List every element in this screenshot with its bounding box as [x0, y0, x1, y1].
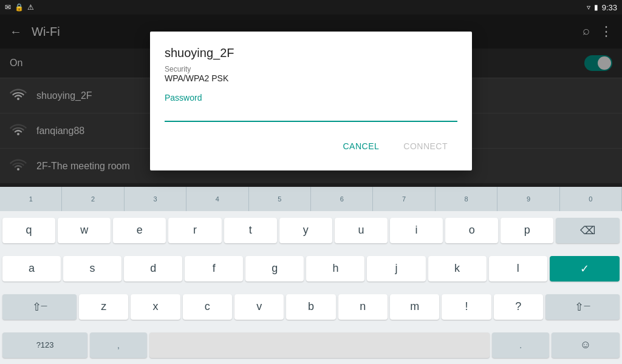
key-t[interactable]: t [224, 218, 277, 243]
key-l[interactable]: l [489, 256, 547, 281]
num123-key[interactable]: ?123 [2, 332, 87, 358]
password-input[interactable] [165, 105, 457, 121]
key-w[interactable]: w [58, 218, 111, 243]
key-z[interactable]: z [79, 294, 128, 320]
key-j[interactable]: j [367, 256, 425, 281]
keyboard-number-row: 1 2 3 4 5 6 7 8 9 0 [0, 187, 622, 211]
key-num-7[interactable]: 7 [373, 187, 435, 211]
key-p[interactable]: p [501, 218, 553, 243]
battery-icon: ▮ [594, 3, 598, 12]
dialog-title: shuoying_2F [165, 46, 457, 60]
key-x[interactable]: x [131, 294, 180, 320]
status-icons-right: ▿ ▮ 9:33 [587, 3, 617, 12]
shift-key-right[interactable]: ⇧— [545, 294, 620, 320]
key-num-4[interactable]: 4 [186, 187, 248, 211]
key-v[interactable]: v [234, 294, 284, 320]
status-icons-left: ✉ 🔒 ⚠ [5, 3, 34, 12]
keyboard-row-1: q w e r t y u i o p ⌫ [0, 211, 622, 249]
key-s[interactable]: s [63, 256, 121, 281]
keyboard-bottom-row: ?123 , . ☺ [0, 326, 622, 364]
key-num-9[interactable]: 9 [497, 187, 559, 211]
key-num-1[interactable]: 1 [0, 187, 62, 211]
key-o[interactable]: o [445, 218, 498, 243]
key-num-5[interactable]: 5 [249, 187, 311, 211]
keyboard-row-2: a s d f g h j k l ✓ [0, 249, 622, 288]
msg-icon: ✉ [5, 3, 11, 12]
key-q[interactable]: q [2, 218, 55, 243]
shift-key-left[interactable]: ⇧— [2, 294, 77, 320]
key-num-2[interactable]: 2 [62, 187, 124, 211]
enter-key[interactable]: ✓ [550, 256, 620, 281]
emoji-key[interactable]: ☺ [552, 332, 620, 358]
key-e[interactable]: e [113, 218, 166, 243]
spacebar[interactable] [149, 332, 490, 358]
key-num-6[interactable]: 6 [311, 187, 373, 211]
key-d[interactable]: d [124, 256, 182, 281]
security-label: Security [165, 65, 457, 73]
key-u[interactable]: u [335, 218, 388, 243]
time-display: 9:33 [602, 3, 617, 12]
period-key[interactable]: . [492, 332, 549, 358]
key-g[interactable]: g [245, 256, 304, 281]
key-y[interactable]: y [279, 218, 332, 243]
key-c[interactable]: c [183, 294, 232, 320]
key-a[interactable]: a [2, 256, 61, 281]
key-num-8[interactable]: 8 [436, 187, 497, 211]
dialog-actions: CANCEL CONNECT [165, 136, 457, 156]
keyboard-row-3: ⇧— z x c v b n m ! ? ⇧— [0, 288, 622, 326]
key-r[interactable]: r [168, 218, 221, 243]
status-bar: ✉ 🔒 ⚠ ▿ ▮ 9:33 [0, 0, 622, 15]
key-m[interactable]: m [390, 294, 439, 320]
security-value: WPA/WPA2 PSK [165, 73, 457, 83]
app-background: ← Wi-Fi ⌕ ⋮ On shuoying_2F [0, 15, 622, 187]
password-label: Password [165, 93, 457, 103]
key-exclaim[interactable]: ! [442, 294, 491, 320]
lock-icon: 🔒 [15, 3, 24, 12]
keyboard: 1 2 3 4 5 6 7 8 9 0 q w e r t y u i o p … [0, 187, 622, 364]
connect-button[interactable]: CONNECT [394, 136, 457, 156]
key-f[interactable]: f [185, 256, 243, 281]
key-k[interactable]: k [428, 256, 487, 281]
wifi-signal-icon: ▿ [587, 3, 590, 12]
dialog-overlay: shuoying_2F Security WPA/WPA2 PSK Passwo… [0, 15, 622, 187]
key-n[interactable]: n [338, 294, 388, 320]
warning-icon: ⚠ [27, 3, 34, 12]
key-i[interactable]: i [390, 218, 443, 243]
key-num-0[interactable]: 0 [560, 187, 622, 211]
key-question[interactable]: ? [494, 294, 543, 320]
cancel-button[interactable]: CANCEL [333, 136, 389, 156]
backspace-key[interactable]: ⌫ [556, 218, 620, 243]
wifi-password-dialog: shuoying_2F Security WPA/WPA2 PSK Passwo… [150, 32, 472, 170]
key-num-3[interactable]: 3 [125, 187, 186, 211]
key-h[interactable]: h [306, 256, 364, 281]
password-input-wrapper [165, 105, 457, 122]
key-b[interactable]: b [286, 294, 335, 320]
comma-key[interactable]: , [90, 332, 146, 358]
